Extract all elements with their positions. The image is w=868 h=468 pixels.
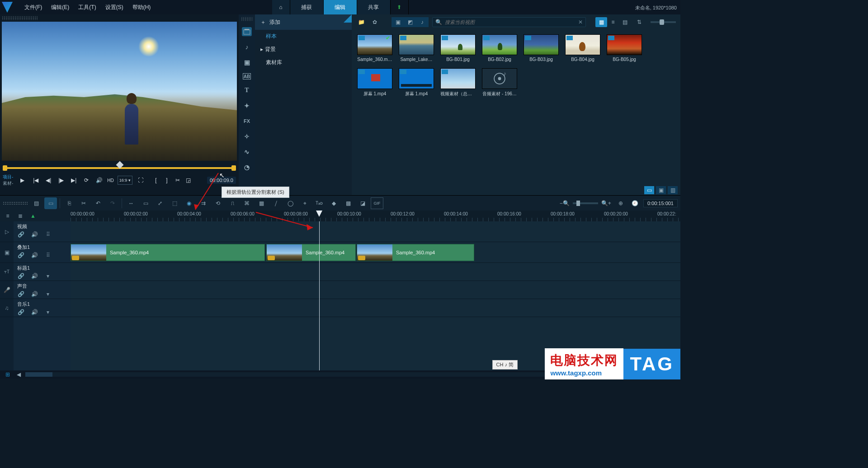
step-back-button[interactable]: ◀| xyxy=(44,176,53,185)
view-thumb-icon[interactable]: ▦ xyxy=(595,17,607,27)
tab-capture[interactable]: 捕获 xyxy=(290,0,324,14)
close-button[interactable]: ✕ xyxy=(671,0,678,1)
library-item[interactable]: BG-B02.jpg xyxy=(482,34,517,62)
transition-tab-icon[interactable]: ✦ xyxy=(242,101,252,110)
track-header[interactable]: 声音🔗🔊▾ xyxy=(14,281,71,299)
add-media-button[interactable]: ＋ 添加 xyxy=(255,14,352,30)
tree-library[interactable]: 素材库 xyxy=(255,56,352,69)
menu-help[interactable]: 帮助(H) xyxy=(128,2,156,13)
crop-button[interactable]: ◲ xyxy=(184,176,193,185)
hd-button[interactable]: HD xyxy=(107,176,113,185)
type-music-icon[interactable]: ♫ xyxy=(0,299,14,317)
project-icon[interactable]: ▭ xyxy=(139,197,152,209)
redo-icon[interactable]: ↷ xyxy=(106,197,119,209)
filter-photo-icon[interactable]: ◩ xyxy=(404,17,416,27)
step-fwd-button[interactable]: |▶ xyxy=(57,176,66,185)
mute-icon[interactable]: 🔊 xyxy=(31,273,38,279)
panel-grip-icon[interactable] xyxy=(2,16,38,20)
loop-button[interactable]: ⟳ xyxy=(82,176,91,185)
fx-tab-icon[interactable]: FX xyxy=(242,117,252,126)
storyboard-view-icon[interactable]: ▤ xyxy=(30,197,42,209)
fit-icon[interactable]: ↔ xyxy=(125,197,137,209)
link-icon[interactable]: 🔗 xyxy=(17,273,24,279)
pan-icon[interactable]: ⤢ xyxy=(154,197,166,209)
speed-tl-icon[interactable]: ⇉ xyxy=(197,197,210,209)
more-icon[interactable]: ⠿ xyxy=(44,252,52,258)
go-start-button[interactable]: |◀ xyxy=(31,176,40,185)
track-header[interactable]: 叠加1🔗🔊⠿ xyxy=(14,242,71,263)
link-icon[interactable]: 🔗 xyxy=(17,231,24,238)
marker-tl-icon[interactable]: ◯ xyxy=(284,197,297,209)
search-box[interactable]: 🔍 ✕ xyxy=(432,17,586,27)
track-row[interactable] xyxy=(71,299,680,317)
color-tab-icon[interactable]: ✧ xyxy=(242,132,252,141)
filter-video-icon[interactable]: ▣ xyxy=(392,17,404,27)
library-item[interactable]: ♪音频素材 - 196… xyxy=(482,68,517,97)
path-tab-icon[interactable]: ∿ xyxy=(242,147,252,156)
maximize-button[interactable]: ▭ xyxy=(661,0,668,1)
menu-edit[interactable]: 编辑(E) xyxy=(47,2,74,13)
type-title-icon[interactable]: ᴛT xyxy=(0,263,14,281)
track-row[interactable] xyxy=(71,263,680,281)
corner-toggle-a-icon[interactable]: ▭ xyxy=(644,186,654,194)
tab-share[interactable]: 共享 xyxy=(357,0,391,14)
timeline-clip[interactable]: Sample_360.mp4 xyxy=(266,244,356,261)
panel-grip-icon[interactable] xyxy=(3,201,28,205)
go-end-button[interactable]: ▶| xyxy=(69,176,78,185)
scroll-left-icon[interactable]: ◀ xyxy=(14,370,23,379)
corner-toggle-c-icon[interactable]: ▥ xyxy=(668,186,678,194)
library-item[interactable]: ✔Sample_360.m… xyxy=(357,34,392,62)
type-video-icon[interactable]: ▷ xyxy=(0,221,14,242)
more-icon[interactable]: ▾ xyxy=(44,291,52,297)
undo-icon[interactable]: ↶ xyxy=(92,197,104,209)
volume-button[interactable]: 🔊 xyxy=(94,176,104,185)
library-item[interactable]: BG-B03.jpg xyxy=(524,34,559,62)
tree-background[interactable]: ▸背景 xyxy=(255,43,352,56)
3d-title-icon[interactable]: T₃ᴅ xyxy=(313,197,326,209)
mask-icon[interactable]: ◆ xyxy=(327,197,340,209)
text-box-icon[interactable]: AB xyxy=(243,73,251,80)
clock-icon[interactable]: 🕘 xyxy=(629,197,642,209)
corner-toggle-b-icon[interactable]: ▣ xyxy=(656,186,666,194)
preview-scrubber[interactable] xyxy=(3,164,236,172)
mute-icon[interactable]: 🔊 xyxy=(31,252,38,258)
cut-icon[interactable]: ✂ xyxy=(77,197,90,209)
color-wheel-icon[interactable]: ◉ xyxy=(183,197,195,209)
aspect-button[interactable]: 16:9 ▾ xyxy=(118,176,132,185)
tab-upload[interactable]: ⬆ xyxy=(391,0,409,14)
library-item[interactable]: 视频素材（总）… xyxy=(440,68,476,97)
more-icon[interactable]: ▾ xyxy=(44,309,52,315)
gear-icon[interactable]: ✿ xyxy=(370,17,380,27)
stabilize-icon[interactable]: ⎍ xyxy=(226,197,239,209)
tree-sample[interactable]: 样本 xyxy=(255,30,352,43)
view-grid-icon[interactable]: ▤ xyxy=(619,17,631,27)
media-tab-icon[interactable] xyxy=(242,27,252,36)
fit-zoom-icon[interactable]: ⊕ xyxy=(614,197,627,209)
title-tab-icon[interactable]: T xyxy=(242,86,252,95)
track-motion-icon[interactable]: ⌖ xyxy=(298,197,311,209)
track-row[interactable] xyxy=(71,221,680,242)
play-button[interactable]: ▶ xyxy=(17,175,28,186)
adjust-icon[interactable]: ◪ xyxy=(356,197,369,209)
menu-tools[interactable]: 工具(T) xyxy=(74,2,100,13)
speed-tab-icon[interactable]: ◔ xyxy=(242,163,252,172)
copy-attr-icon[interactable]: ⎘ xyxy=(63,197,75,209)
minimize-button[interactable]: — xyxy=(651,0,658,1)
split-button[interactable]: ✂ xyxy=(173,176,182,185)
add-track-icon[interactable]: ⊞ xyxy=(4,370,12,379)
tab-edit[interactable]: 编辑 xyxy=(324,0,357,14)
reverse-icon[interactable]: ⟲ xyxy=(212,197,224,209)
track-row[interactable]: Sample_360.mp4Sample_360.mp4Sample_360.m… xyxy=(71,242,680,263)
collapse-up-icon[interactable]: ▲ xyxy=(29,212,37,220)
audio-tab-icon[interactable]: ♪ xyxy=(242,42,252,51)
fullscreen-button[interactable]: ⛶ xyxy=(136,176,145,185)
mark-out-button[interactable]: ] xyxy=(162,176,171,185)
link-icon[interactable]: 🔗 xyxy=(17,291,24,297)
library-item[interactable]: 屏幕 1.mp4 xyxy=(357,68,392,97)
type-voice-icon[interactable]: 🎤 xyxy=(0,281,14,299)
mute-icon[interactable]: 🔊 xyxy=(31,291,38,297)
clear-icon[interactable]: ✕ xyxy=(578,19,583,25)
zoom-out-icon[interactable]: −🔍 xyxy=(558,197,571,209)
mark-in-button[interactable]: [ xyxy=(151,176,160,185)
library-item[interactable]: BG-B01.jpg xyxy=(440,34,476,62)
